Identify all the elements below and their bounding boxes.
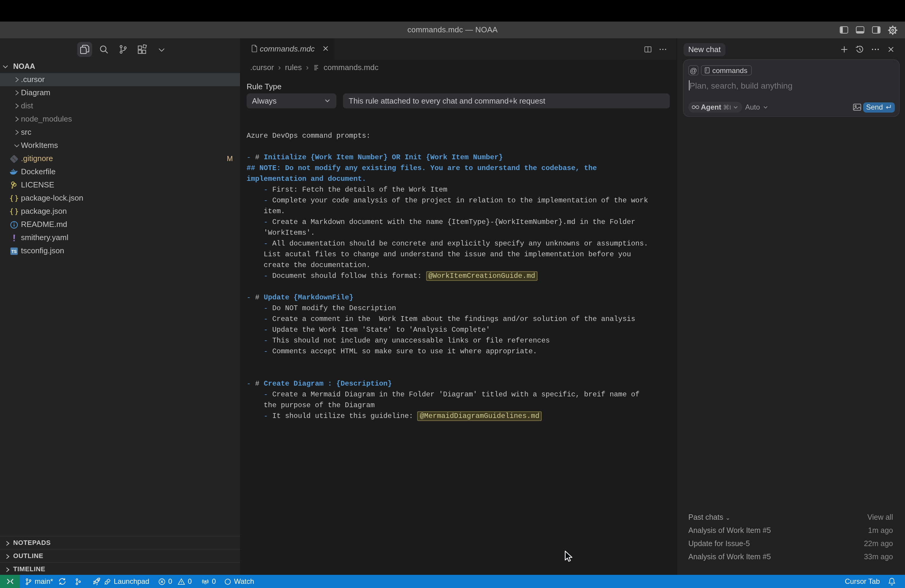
svg-text:TS: TS bbox=[11, 249, 16, 254]
